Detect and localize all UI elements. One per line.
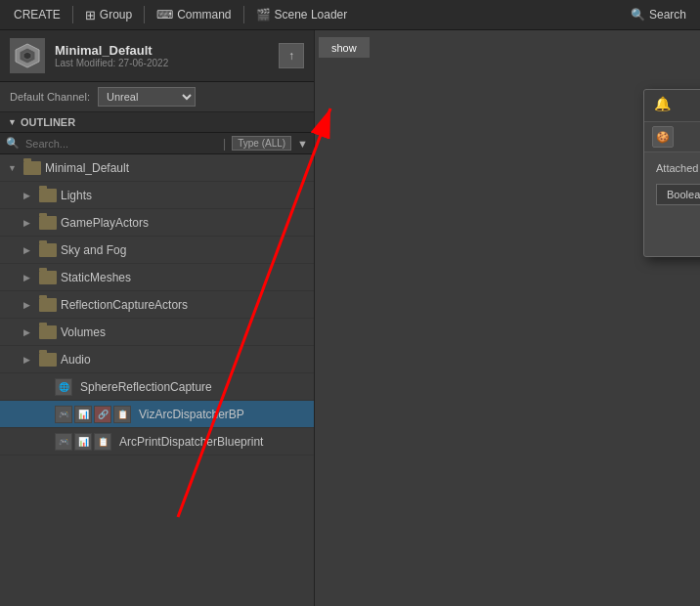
top-toolbar: CREATE ⊞ Group ⌨ Command 🎬 Scene Loader … [0, 0, 700, 30]
lights-label: Lights [61, 189, 92, 202]
dispatcher-title: VizArcDispatcherBP [681, 98, 700, 113]
root-expand-icon: ▼ [8, 163, 20, 173]
arcprint-item-icons: 🎮 📊 📋 [55, 433, 111, 451]
title-block: Minimal_Default Last Modified: 27-06-202… [55, 43, 269, 68]
dispatcher-body: Attached to: VizArcDispatcherBP Boolean … [644, 152, 700, 256]
command-label: Command [177, 8, 231, 22]
volumes-expand-icon: ▶ [23, 327, 35, 337]
tree-root-item[interactable]: ▼ Minimal_Default [0, 154, 314, 182]
arcprint-label: ArcPrintDispatcherBlueprint [119, 435, 263, 449]
group-button[interactable]: ⊞ Group [75, 0, 142, 29]
tree-item-staticmeshes[interactable]: ▶ StaticMeshes [0, 264, 314, 291]
type-filter-badge[interactable]: Type (ALL) [232, 136, 291, 151]
filter-button[interactable]: ▼ [297, 138, 308, 150]
tree-item-audio[interactable]: ▶ Audio [0, 346, 314, 373]
tree-item-sky[interactable]: ▶ Sky and Fog [0, 237, 314, 264]
vizarc-icon-3: 🔗 [94, 406, 111, 423]
search-row-icon: 🔍 [6, 137, 20, 150]
arcprint-icon-3: 📋 [94, 433, 111, 451]
lights-folder-icon [39, 189, 57, 202]
scene-loader-label: Scene Loader [275, 8, 348, 22]
scene-loader-button[interactable]: 🎬 Scene Loader [246, 0, 358, 29]
lights-expand-icon: ▶ [23, 191, 35, 200]
command-button[interactable]: ⌨ Command [147, 0, 241, 29]
static-expand-icon: ▶ [23, 273, 35, 282]
reflection-folder-icon [39, 298, 57, 312]
vizarc-icon-1: 🎮 [55, 406, 72, 423]
tree-item-vizarc[interactable]: 🎮 📊 🔗 📋 VizArcDispatcherBP [0, 401, 314, 428]
tree-item-lights[interactable]: ▶ Lights [0, 182, 314, 209]
attached-row: Attached to: VizArcDispatcherBP [656, 162, 700, 174]
execute-row: ▶ Execute [656, 215, 700, 246]
sphere-label: SphereReflectionCapture [80, 380, 212, 394]
search-input[interactable] [25, 138, 217, 150]
channel-select[interactable]: Unreal [98, 87, 196, 107]
vizarc-label: VizArcDispatcherBP [139, 408, 244, 421]
root-label: Minimal_Default [45, 161, 129, 175]
tree-item-volumes[interactable]: ▶ Volumes [0, 319, 314, 346]
search-label: Search [649, 8, 686, 22]
panel-header: Minimal_Default Last Modified: 27-06-202… [0, 30, 314, 82]
search-row: 🔍 | Type (ALL) ▼ [0, 133, 314, 154]
separator-1 [72, 6, 73, 23]
audio-label: Audio [61, 353, 91, 367]
right-panel: show 🔔 VizArcDispatcherBP 🍪 ⏱ 0 ms ▦ non… [315, 30, 700, 606]
audio-expand-icon: ▶ [23, 355, 35, 365]
scene-loader-icon: 🎬 [256, 8, 271, 22]
gameplay-folder-icon [39, 216, 57, 230]
vizarc-icon-4: 📋 [113, 406, 131, 423]
volumes-label: Volumes [61, 325, 106, 339]
outliner-label: OUTLINER [21, 116, 75, 128]
bell-icon: 🔔 [654, 96, 674, 115]
outliner-triangle: ▼ [8, 117, 17, 127]
sky-folder-icon [39, 243, 57, 257]
separator-2 [144, 6, 145, 23]
group-icon: ⊞ [85, 8, 96, 22]
bool-type-select[interactable]: Boolean [656, 184, 700, 205]
vizarc-icon-2: 📊 [74, 406, 92, 423]
panel-action-btn[interactable]: ↑ [279, 43, 304, 68]
search-icon: 🔍 [631, 8, 645, 22]
show-tab[interactable]: show [319, 37, 370, 58]
arcprint-icon-1: 🎮 [55, 433, 72, 451]
reflection-expand-icon: ▶ [23, 300, 35, 310]
tree-item-reflection[interactable]: ▶ ReflectionCaptureActors [0, 291, 314, 319]
search-line-icon: | [223, 137, 226, 151]
sphere-icon-1: 🌐 [55, 378, 72, 396]
command-icon: ⌨ [156, 8, 173, 22]
gameplay-expand-icon: ▶ [23, 218, 35, 228]
tree-item-sphere[interactable]: 🌐 SphereReflectionCapture [0, 373, 314, 401]
sky-expand-icon: ▶ [23, 245, 35, 255]
gameplay-label: GamePlayActors [61, 216, 149, 230]
dispatcher-cookie-icon[interactable]: 🍪 [652, 126, 674, 148]
tree-item-arcprint[interactable]: 🎮 📊 📋 ArcPrintDispatcherBlueprint [0, 428, 314, 455]
vizarc-item-icons: 🎮 📊 🔗 📋 [55, 406, 131, 423]
search-button[interactable]: 🔍 Search [621, 0, 696, 29]
arcprint-icon-2: 📊 [74, 433, 92, 451]
root-folder-icon [23, 161, 41, 175]
outliner-header: ▼ OUTLINER [0, 112, 314, 133]
channel-label: Default Channel: [10, 91, 90, 103]
dispatcher-toolbar: 🍪 ⏱ 0 ms ▦ none GPI [644, 122, 700, 152]
static-label: StaticMeshes [61, 271, 131, 284]
create-button[interactable]: CREATE [4, 0, 70, 29]
separator-3 [243, 6, 244, 23]
group-label: Group [100, 8, 132, 22]
sphere-item-icons: 🌐 [55, 378, 72, 396]
volumes-folder-icon [39, 325, 57, 339]
tree-item-gameplay[interactable]: ▶ GamePlayActors [0, 209, 314, 237]
project-logo [10, 38, 45, 73]
audio-folder-icon [39, 353, 57, 367]
channel-row: Default Channel: Unreal [0, 82, 314, 112]
dispatcher-panel: 🔔 VizArcDispatcherBP 🍪 ⏱ 0 ms ▦ none GPI… [643, 89, 700, 257]
show-tab-bar: show [315, 30, 700, 58]
static-folder-icon [39, 271, 57, 284]
create-label: CREATE [14, 8, 61, 22]
reflection-label: ReflectionCaptureActors [61, 298, 188, 312]
tree-list: ▼ Minimal_Default ▶ Lights ▶ GamePlayAct… [0, 154, 314, 606]
attached-label: Attached to: [656, 162, 700, 174]
last-modified: Last Modified: 27-06-2022 [55, 58, 269, 68]
sky-label: Sky and Fog [61, 243, 126, 257]
svg-marker-2 [23, 52, 31, 60]
project-name: Minimal_Default [55, 43, 269, 58]
